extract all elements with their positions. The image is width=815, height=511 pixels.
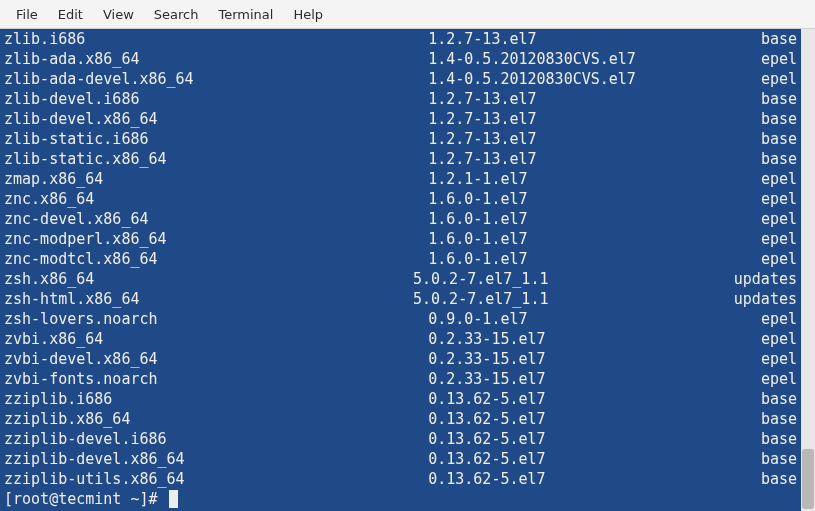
package-repo: epel [761,309,797,329]
package-version: 5.0.2-7.el7_1.1 [413,289,734,309]
menu-item-terminal[interactable]: Terminal [208,4,283,25]
prompt-text: [root@tecmint ~]# [4,489,167,509]
terminal-output[interactable]: zlib.i6861.2.7-13.el7basezlib-ada.x86_64… [0,29,801,511]
package-repo: epel [761,329,797,349]
package-repo: epel [761,169,797,189]
package-name: zziplib.x86_64 [4,409,428,429]
package-repo: base [761,109,797,129]
package-name: znc-modperl.x86_64 [4,229,428,249]
package-version: 1.2.7-13.el7 [428,89,761,109]
package-version: 0.2.33-15.el7 [428,329,761,349]
package-version: 1.2.7-13.el7 [428,29,761,49]
package-repo: epel [761,49,797,69]
package-version: 0.2.33-15.el7 [428,349,761,369]
package-name: zsh-html.x86_64 [4,289,413,309]
package-name: zlib-devel.i686 [4,89,428,109]
package-repo: base [761,29,797,49]
package-version: 1.4-0.5.20120830CVS.el7 [428,49,761,69]
package-name: znc-devel.x86_64 [4,209,428,229]
package-repo: updates [734,289,797,309]
menubar: FileEditViewSearchTerminalHelp [0,0,815,29]
package-row: znc-modtcl.x86_641.6.0-1.el7epel [4,249,797,269]
package-repo: updates [734,269,797,289]
package-version: 0.13.62-5.el7 [428,389,761,409]
package-repo: base [761,469,797,489]
package-row: zlib-static.i6861.2.7-13.el7base [4,129,797,149]
package-repo: base [761,449,797,469]
package-repo: base [761,129,797,149]
package-version: 1.6.0-1.el7 [428,189,761,209]
package-name: zlib-ada.x86_64 [4,49,428,69]
menu-item-view[interactable]: View [93,4,144,25]
package-row: zlib-ada-devel.x86_641.4-0.5.20120830CVS… [4,69,797,89]
package-name: zsh-lovers.noarch [4,309,428,329]
package-row: zlib-static.x86_641.2.7-13.el7base [4,149,797,169]
package-name: zlib-devel.x86_64 [4,109,428,129]
package-name: znc.x86_64 [4,189,428,209]
package-repo: epel [761,209,797,229]
package-version: 1.2.7-13.el7 [428,109,761,129]
prompt-line[interactable]: [root@tecmint ~]# [4,489,797,509]
package-repo: base [761,389,797,409]
package-version: 5.0.2-7.el7_1.1 [413,269,734,289]
package-name: zziplib.i686 [4,389,428,409]
package-repo: base [761,89,797,109]
package-row: zlib-ada.x86_641.4-0.5.20120830CVS.el7ep… [4,49,797,69]
menu-item-search[interactable]: Search [144,4,209,25]
menu-item-file[interactable]: File [6,4,48,25]
package-row: zsh-html.x86_645.0.2-7.el7_1.1updates [4,289,797,309]
scrollbar[interactable] [801,29,815,511]
package-name: zvbi.x86_64 [4,329,428,349]
package-name: zvbi-devel.x86_64 [4,349,428,369]
terminal-window: FileEditViewSearchTerminalHelp zlib.i686… [0,0,815,511]
package-repo: base [761,149,797,169]
package-version: 0.13.62-5.el7 [428,469,761,489]
package-repo: epel [761,349,797,369]
package-row: zvbi.x86_640.2.33-15.el7epel [4,329,797,349]
package-repo: base [761,429,797,449]
package-row: zvbi-fonts.noarch0.2.33-15.el7epel [4,369,797,389]
package-row: znc-devel.x86_641.6.0-1.el7epel [4,209,797,229]
package-name: zlib-static.i686 [4,129,428,149]
menu-item-edit[interactable]: Edit [48,4,93,25]
package-row: znc-modperl.x86_641.6.0-1.el7epel [4,229,797,249]
package-repo: epel [761,249,797,269]
package-repo: epel [761,69,797,89]
package-version: 1.2.1-1.el7 [428,169,761,189]
package-repo: epel [761,189,797,209]
package-name: zlib-ada-devel.x86_64 [4,69,428,89]
package-version: 0.13.62-5.el7 [428,409,761,429]
package-row: zlib.i6861.2.7-13.el7base [4,29,797,49]
package-version: 0.9.0-1.el7 [428,309,761,329]
package-name: zmap.x86_64 [4,169,428,189]
package-name: zziplib-devel.i686 [4,429,428,449]
package-row: zvbi-devel.x86_640.2.33-15.el7epel [4,349,797,369]
package-version: 1.6.0-1.el7 [428,209,761,229]
package-row: znc.x86_641.6.0-1.el7epel [4,189,797,209]
package-row: zziplib.x86_640.13.62-5.el7base [4,409,797,429]
package-row: zziplib-utils.x86_640.13.62-5.el7base [4,469,797,489]
package-version: 1.2.7-13.el7 [428,149,761,169]
package-name: zsh.x86_64 [4,269,413,289]
menu-item-help[interactable]: Help [283,4,333,25]
package-version: 1.6.0-1.el7 [428,229,761,249]
package-row: zsh-lovers.noarch0.9.0-1.el7epel [4,309,797,329]
package-version: 0.13.62-5.el7 [428,429,761,449]
package-repo: base [761,409,797,429]
terminal-wrap: zlib.i6861.2.7-13.el7basezlib-ada.x86_64… [0,29,815,511]
package-repo: epel [761,229,797,249]
scrollbar-thumb[interactable] [802,449,814,509]
cursor [169,490,178,508]
package-row: zziplib-devel.x86_640.13.62-5.el7base [4,449,797,469]
package-name: zlib-static.x86_64 [4,149,428,169]
package-version: 0.2.33-15.el7 [428,369,761,389]
package-name: zziplib-devel.x86_64 [4,449,428,469]
package-version: 0.13.62-5.el7 [428,449,761,469]
package-name: zvbi-fonts.noarch [4,369,428,389]
package-version: 1.6.0-1.el7 [428,249,761,269]
package-row: zlib-devel.x86_641.2.7-13.el7base [4,109,797,129]
package-row: zziplib-devel.i6860.13.62-5.el7base [4,429,797,449]
package-name: znc-modtcl.x86_64 [4,249,428,269]
package-name: zziplib-utils.x86_64 [4,469,428,489]
package-row: zsh.x86_645.0.2-7.el7_1.1updates [4,269,797,289]
